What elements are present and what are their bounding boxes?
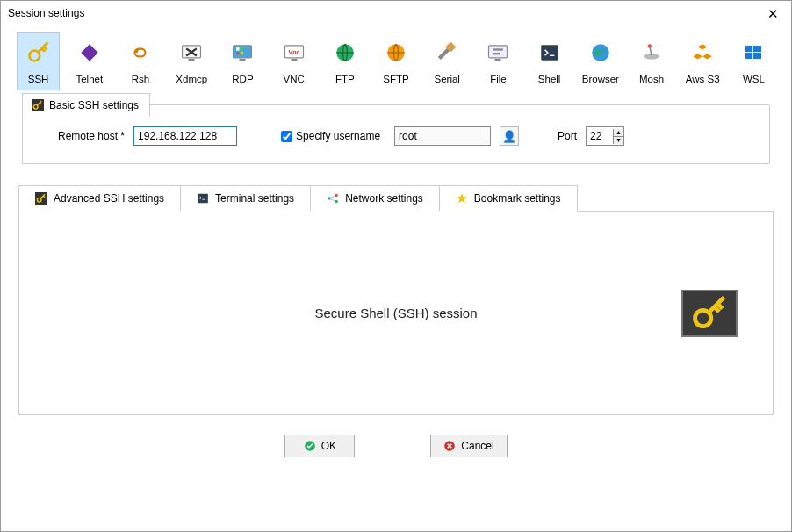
session-type-label: File — [490, 74, 507, 84]
session-type-sftp[interactable]: SFTP — [374, 32, 417, 90]
session-type-label: SFTP — [383, 74, 408, 84]
specify-username-checkbox[interactable]: Specify username — [281, 130, 380, 142]
session-type-label: Mosh — [639, 74, 664, 84]
close-icon[interactable]: ✕ — [762, 5, 784, 22]
dialog-buttons: OK Cancel — [1, 435, 791, 457]
tab-label: Network settings — [345, 192, 423, 205]
tab-bookmark[interactable]: Bookmark settings — [439, 185, 578, 212]
svg-rect-17 — [493, 48, 504, 50]
session-type-shell[interactable]: Shell — [528, 32, 571, 90]
serial-connector-icon — [431, 37, 463, 68]
rdp-monitor-icon — [227, 37, 258, 68]
svg-rect-8 — [241, 52, 244, 55]
session-type-telnet[interactable]: Telnet — [68, 32, 111, 90]
port-down-icon[interactable]: ▼ — [614, 137, 623, 144]
svg-rect-35 — [198, 194, 208, 204]
session-type-label: Aws S3 — [686, 74, 720, 84]
diamond-icon — [74, 37, 105, 68]
session-type-label: Telnet — [76, 74, 103, 84]
basic-form-row: Remote host * Specify username 👤 Port ▲ … — [37, 126, 755, 146]
vnc-monitor-icon: Vnc — [278, 37, 310, 68]
session-type-label: VNC — [283, 74, 304, 84]
tab-advanced-ssh[interactable]: Advanced SSH settings — [18, 185, 181, 212]
svg-rect-9 — [240, 59, 246, 61]
key-small-icon — [35, 192, 47, 205]
session-description: Secure Shell (SSH) session — [314, 306, 477, 320]
settings-tabs-container: Advanced SSH settings Terminal settings … — [18, 185, 774, 415]
svg-point-21 — [592, 44, 609, 61]
session-type-rsh[interactable]: Rsh — [119, 32, 162, 90]
session-type-label: Shell — [538, 74, 561, 84]
link-icon — [125, 37, 156, 68]
cancel-button[interactable]: Cancel — [430, 435, 507, 457]
file-monitor-icon — [482, 37, 514, 68]
remote-host-input[interactable] — [133, 126, 237, 146]
session-type-wsl[interactable]: WSL — [732, 32, 775, 90]
port-up-icon[interactable]: ▲ — [614, 129, 623, 137]
svg-point-36 — [328, 197, 331, 200]
basic-ssh-tab[interactable]: Basic SSH settings — [22, 93, 150, 117]
x-monitor-icon — [176, 37, 207, 68]
svg-point-23 — [648, 44, 652, 47]
session-type-label: Browser — [582, 74, 619, 84]
svg-rect-18 — [493, 53, 500, 54]
aws-cubes-icon — [687, 37, 718, 68]
windows-icon — [738, 37, 769, 68]
basic-ssh-group: Basic SSH settings Remote host * Specify… — [22, 104, 770, 164]
user-picker-button[interactable]: 👤 — [500, 126, 519, 146]
session-type-toolbar: SSH Telnet Rsh Xdmcp RDP Vnc VNC — [1, 25, 791, 94]
remote-host-label: Remote host * — [58, 130, 125, 142]
session-type-awss3[interactable]: Aws S3 — [681, 32, 724, 90]
port-input[interactable] — [587, 128, 613, 144]
username-input[interactable] — [394, 126, 491, 146]
ok-label: OK — [321, 440, 336, 452]
session-type-label: SSH — [28, 74, 49, 84]
tab-network[interactable]: Network settings — [310, 185, 440, 212]
globe-blue-icon — [585, 37, 616, 68]
ok-button[interactable]: OK — [284, 435, 355, 457]
tab-label: Bookmark settings — [474, 192, 561, 205]
key-icon — [23, 37, 54, 68]
session-type-label: Rsh — [132, 74, 149, 84]
terminal-small-icon — [197, 192, 209, 205]
svg-point-38 — [335, 200, 338, 204]
session-type-label: WSL — [743, 74, 765, 84]
session-type-xdmcp[interactable]: Xdmcp — [170, 32, 213, 90]
session-type-mosh[interactable]: Mosh — [630, 32, 673, 90]
satellite-icon — [636, 37, 667, 68]
session-type-label: Xdmcp — [176, 74, 207, 84]
svg-marker-26 — [702, 54, 712, 60]
svg-marker-1 — [81, 44, 98, 61]
session-type-vnc[interactable]: Vnc VNC — [272, 32, 315, 90]
svg-rect-27 — [745, 46, 752, 52]
session-type-serial[interactable]: Serial — [426, 32, 469, 90]
svg-marker-24 — [698, 44, 708, 50]
session-type-ssh[interactable]: SSH — [17, 32, 60, 90]
session-type-ftp[interactable]: FTP — [323, 32, 366, 90]
specify-username-label: Specify username — [296, 130, 380, 142]
port-label: Port — [558, 130, 577, 142]
svg-rect-5 — [236, 47, 240, 51]
session-type-label: Serial — [435, 74, 460, 84]
svg-point-0 — [29, 51, 40, 61]
key-small-icon — [32, 99, 44, 111]
session-type-label: FTP — [335, 74, 355, 84]
session-type-rdp[interactable]: RDP — [221, 32, 264, 90]
svg-rect-12 — [291, 59, 297, 61]
tab-body: Secure Shell (SSH) session — [18, 212, 774, 415]
svg-rect-28 — [753, 46, 761, 52]
network-icon — [327, 192, 339, 205]
svg-rect-16 — [489, 46, 508, 58]
session-type-browser[interactable]: Browser — [579, 32, 622, 90]
port-spinner[interactable]: ▲ ▼ — [586, 126, 624, 146]
tab-terminal[interactable]: Terminal settings — [180, 185, 311, 212]
svg-point-40 — [695, 310, 711, 326]
globe-green-icon — [329, 37, 361, 68]
specify-username-box[interactable] — [281, 131, 292, 142]
svg-marker-39 — [457, 193, 467, 203]
session-large-icon — [681, 290, 738, 337]
svg-text:Vnc: Vnc — [288, 49, 299, 55]
check-circle-icon — [304, 440, 316, 452]
svg-point-37 — [335, 194, 338, 198]
session-type-file[interactable]: File — [477, 32, 520, 90]
